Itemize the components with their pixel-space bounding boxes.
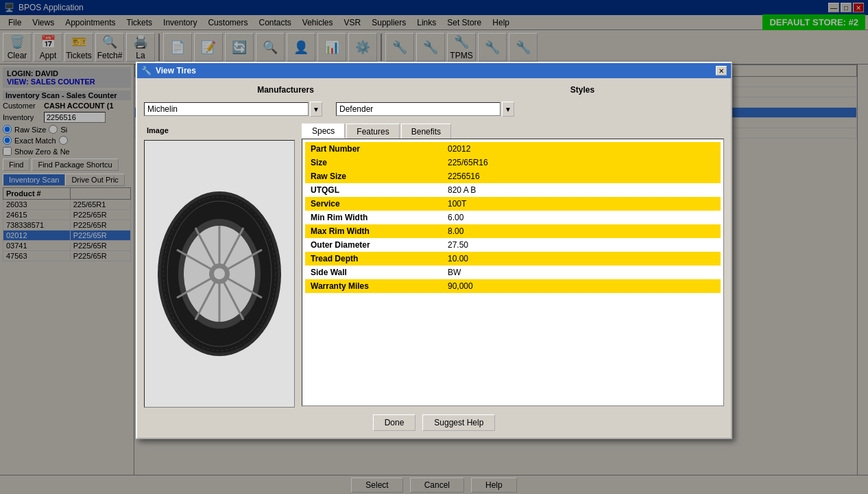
dialog-footer: Done Suggest Help	[144, 414, 724, 431]
image-section: Image	[144, 124, 295, 408]
styles-select-row: ▼	[336, 102, 514, 117]
tire-image-panel	[144, 140, 295, 408]
spec-label: Service	[305, 197, 442, 211]
view-tires-dialog: 🔧 View Tires ✕ Manufacturers Styles ▼ ▼	[136, 62, 732, 439]
dialog-title-label: View Tires	[156, 66, 196, 75]
spec-row: Raw Size2256516	[305, 169, 721, 183]
tab-benefits[interactable]: Benefits	[401, 124, 451, 139]
manufacturer-input[interactable]	[144, 102, 309, 116]
spec-label: Side Wall	[305, 266, 442, 279]
svg-point-10	[214, 268, 225, 279]
spec-label: Raw Size	[305, 169, 442, 183]
spec-label: Warranty Miles	[305, 279, 442, 293]
spec-value: 225/65R16	[442, 156, 721, 169]
dialog-icon: 🔧	[141, 66, 152, 75]
spec-value: BW	[442, 266, 721, 279]
spec-label: Min Rim Width	[305, 211, 442, 224]
spec-label: Tread Depth	[305, 252, 442, 266]
spec-value: 02012	[442, 142, 721, 156]
manufacturer-dropdown[interactable]: ▼	[310, 102, 322, 117]
spec-row: Side WallBW	[305, 266, 721, 279]
spec-value: 8.00	[442, 224, 721, 238]
spec-label: UTQGL	[305, 183, 442, 197]
spec-value: 10.00	[442, 252, 721, 266]
suggest-help-button[interactable]: Suggest Help	[422, 414, 495, 431]
dialog-title-bar: 🔧 View Tires ✕	[137, 63, 731, 78]
spec-label: Max Rim Width	[305, 224, 442, 238]
specs-tab-strip: Specs Features Benefits	[302, 124, 724, 139]
mfr-styles-row: Manufacturers Styles	[144, 85, 724, 95]
specs-table: Part Number02012Size225/65R16Raw Size225…	[305, 142, 721, 293]
tab-features[interactable]: Features	[346, 124, 399, 139]
spec-value: 820 A B	[442, 183, 721, 197]
content-row: Image	[144, 124, 724, 408]
spec-label: Outer Diameter	[305, 238, 442, 252]
spec-value: 6.00	[442, 211, 721, 224]
spec-value: 27.50	[442, 238, 721, 252]
styles-label-center: Styles	[441, 85, 724, 95]
dialog-close-button[interactable]: ✕	[716, 66, 727, 75]
spec-value: 100T	[442, 197, 721, 211]
dialog-body: Manufacturers Styles ▼ ▼ Image	[137, 78, 731, 438]
styles-dropdown[interactable]: ▼	[502, 102, 514, 117]
spec-row: Tread Depth10.00	[305, 252, 721, 266]
specs-area: Specs Features Benefits Part Number02012…	[302, 124, 724, 408]
spec-row: Part Number02012	[305, 142, 721, 156]
spec-label: Part Number	[305, 142, 442, 156]
done-button[interactable]: Done	[373, 414, 416, 431]
dialog-title-text: 🔧 View Tires	[141, 66, 196, 75]
spec-row: UTQGL820 A B	[305, 183, 721, 197]
spec-row: Outer Diameter27.50	[305, 238, 721, 252]
spec-value: 90,000	[442, 279, 721, 293]
image-label: Image	[144, 124, 171, 137]
manufacturers-label-center: Manufacturers	[144, 85, 427, 95]
styles-input[interactable]	[336, 102, 501, 116]
spec-row: Size225/65R16	[305, 156, 721, 169]
tire-image	[151, 181, 288, 366]
tab-specs[interactable]: Specs	[302, 124, 345, 139]
spec-row: Service100T	[305, 197, 721, 211]
spec-value: 2256516	[442, 169, 721, 183]
mfr-inputs-row: ▼ ▼	[144, 102, 724, 117]
spec-row: Warranty Miles90,000	[305, 279, 721, 293]
spec-row: Min Rim Width6.00	[305, 211, 721, 224]
spec-label: Size	[305, 156, 442, 169]
manufacturer-select-row: ▼	[144, 102, 322, 117]
specs-content: Part Number02012Size225/65R16Raw Size225…	[302, 139, 724, 406]
spec-row: Max Rim Width8.00	[305, 224, 721, 238]
dialog-overlay: 🔧 View Tires ✕ Manufacturers Styles ▼ ▼	[0, 0, 868, 494]
